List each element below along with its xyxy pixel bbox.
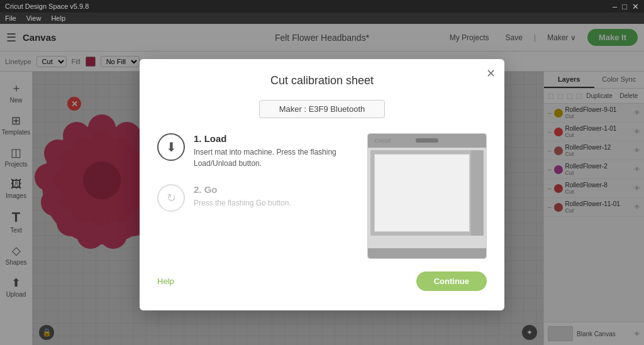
menu-view[interactable]: View: [26, 14, 42, 22]
modal-overlay: ✕ Cut calibration sheet Maker : E3F9 Blu…: [0, 24, 644, 345]
menu-bar: File View Help: [0, 13, 644, 24]
title-bar: Cricut Design Space v5.9.8 – □ ✕: [0, 0, 644, 13]
machine-illustration: Cricut: [367, 133, 487, 259]
step-2-content: 2. Go Press the flashing Go button.: [194, 184, 291, 209]
window-controls[interactable]: – □ ✕: [613, 2, 639, 11]
menu-help[interactable]: Help: [51, 14, 65, 22]
modal-close-button[interactable]: ✕: [486, 67, 496, 80]
modal-body: ⬇ 1. Load Insert mat into machine. Press…: [157, 133, 487, 259]
modal-title: Cut calibration sheet: [157, 74, 487, 87]
help-link[interactable]: Help: [157, 277, 174, 286]
step-2: ↻ 2. Go Press the flashing Go button.: [157, 184, 352, 212]
machine-label: Maker : E3F9 Bluetooth: [259, 100, 385, 118]
app-title: Cricut Design Space v5.9.8: [5, 3, 89, 10]
close-btn[interactable]: ✕: [632, 2, 639, 11]
restore-btn[interactable]: □: [622, 2, 627, 11]
modal-steps: ⬇ 1. Load Insert mat into machine. Press…: [157, 133, 352, 259]
modal-footer: Help Continue: [157, 271, 487, 291]
continue-button[interactable]: Continue: [416, 271, 487, 291]
step-1-desc: Insert mat into machine. Press the flash…: [194, 146, 352, 169]
step-1-icon: ⬇: [157, 133, 185, 161]
step-1-title: 1. Load: [194, 133, 352, 144]
cut-calibration-modal: ✕ Cut calibration sheet Maker : E3F9 Blu…: [140, 59, 504, 310]
step-2-title: 2. Go: [194, 184, 291, 195]
menu-file[interactable]: File: [5, 14, 16, 22]
step-2-desc: Press the flashing Go button.: [194, 197, 291, 209]
step-1-content: 1. Load Insert mat into machine. Press t…: [194, 133, 352, 169]
step-1: ⬇ 1. Load Insert mat into machine. Press…: [157, 133, 352, 169]
step-2-icon: ↻: [157, 184, 185, 212]
minimize-btn[interactable]: –: [613, 2, 617, 11]
machine-preview: Cricut: [367, 133, 487, 259]
